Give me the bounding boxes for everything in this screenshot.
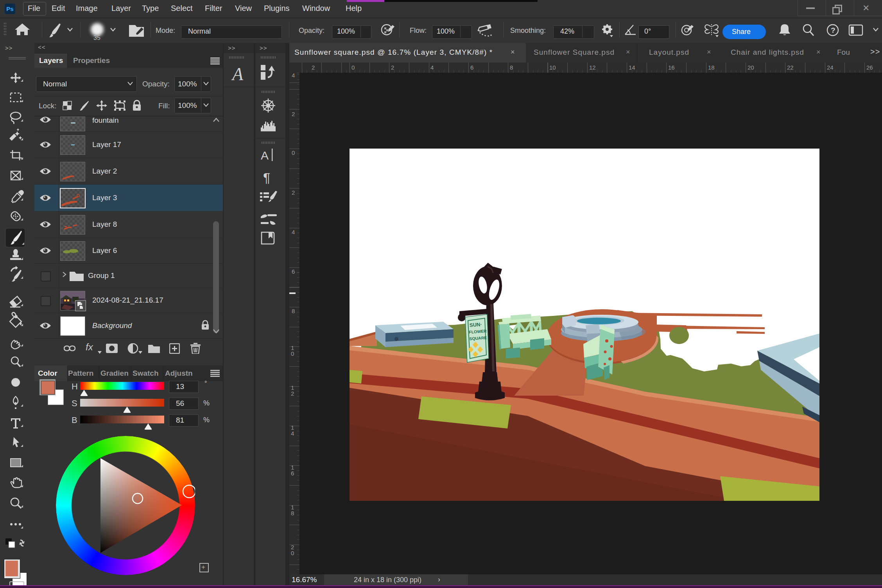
svg-text:¶: ¶ [263,170,270,185]
svg-text:SUN·: SUN· [469,321,482,328]
svg-text:A: A [231,64,244,84]
svg-text:A: A [261,149,269,162]
svg-text:?: ? [831,26,835,34]
